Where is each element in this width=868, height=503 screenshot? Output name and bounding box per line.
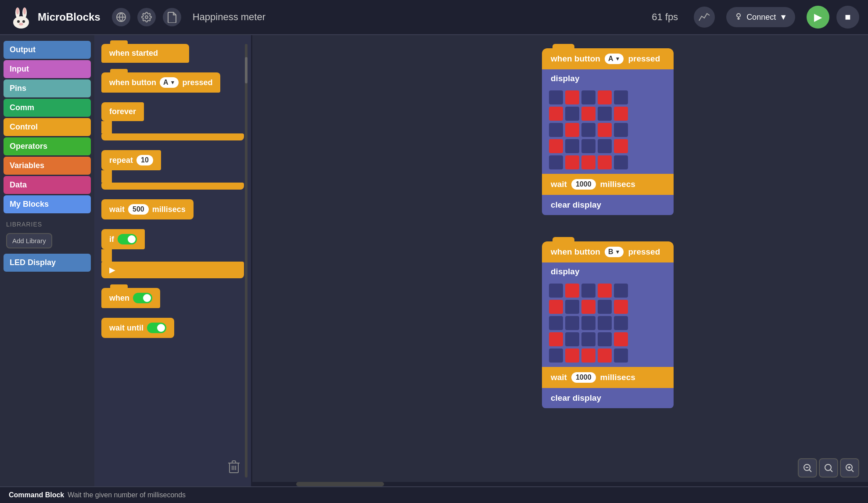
led-cell[interactable] <box>565 155 579 169</box>
led-cell[interactable] <box>565 349 579 363</box>
script-a-button-dropdown[interactable]: A ▼ <box>605 54 624 64</box>
led-cell[interactable] <box>614 139 628 153</box>
run-button[interactable]: ▶ <box>807 6 829 29</box>
h-scrollbar[interactable] <box>252 482 868 486</box>
led-cell[interactable] <box>581 107 595 121</box>
script-b-wait-value[interactable]: 1000 <box>571 372 596 383</box>
wait-until-toggle[interactable] <box>147 323 166 333</box>
led-cell[interactable] <box>598 107 612 121</box>
scroll-indicator[interactable] <box>245 44 247 478</box>
script-a-clear-label: clear display <box>551 200 601 210</box>
sidebar-item-input[interactable]: Input <box>4 60 91 78</box>
stop-button[interactable]: ■ <box>836 6 859 29</box>
script-b-display-label: display <box>542 262 674 281</box>
led-cell[interactable] <box>614 90 628 104</box>
led-cell[interactable] <box>565 107 579 121</box>
led-cell[interactable] <box>565 332 579 346</box>
led-cell[interactable] <box>549 349 563 363</box>
led-cell[interactable] <box>581 90 595 104</box>
led-cell[interactable] <box>581 316 595 330</box>
trash-icon[interactable] <box>227 460 240 478</box>
led-cell[interactable] <box>549 123 563 137</box>
led-cell[interactable] <box>614 349 628 363</box>
sidebar-item-myblocks[interactable]: My Blocks <box>4 195 91 213</box>
palette-when: when <box>101 288 244 308</box>
repeat-value[interactable]: 10 <box>136 155 153 165</box>
led-cell[interactable] <box>581 155 595 169</box>
led-cell[interactable] <box>598 284 612 298</box>
settings-button[interactable] <box>137 8 156 26</box>
zoom-out-button[interactable] <box>798 458 817 478</box>
led-cell[interactable] <box>565 139 579 153</box>
svg-point-3 <box>16 7 19 14</box>
led-cell[interactable] <box>565 123 579 137</box>
script-a-display-label: display <box>542 69 674 88</box>
led-cell[interactable] <box>581 139 595 153</box>
led-cell[interactable] <box>581 332 595 346</box>
add-library-button[interactable]: Add Library <box>6 233 52 248</box>
led-cell[interactable] <box>598 90 612 104</box>
if-toggle[interactable] <box>118 234 137 244</box>
led-display-b[interactable] <box>542 281 674 367</box>
led-cell[interactable] <box>549 316 563 330</box>
button-a-dropdown[interactable]: A ▼ <box>160 77 179 88</box>
graph-button[interactable] <box>694 7 715 28</box>
led-cell[interactable] <box>598 300 612 314</box>
sidebar-item-comm[interactable]: Comm <box>4 99 91 117</box>
when-toggle[interactable] <box>133 293 152 303</box>
sidebar-item-control[interactable]: Control <box>4 118 91 136</box>
led-cell[interactable] <box>614 316 628 330</box>
script-b: when button B ▼ pressed display <box>542 241 674 408</box>
led-cell[interactable] <box>598 155 612 169</box>
led-cell[interactable] <box>598 139 612 153</box>
palette-repeat: repeat 10 <box>101 150 244 190</box>
led-cell[interactable] <box>581 123 595 137</box>
led-cell[interactable] <box>549 90 563 104</box>
zoom-reset-button[interactable] <box>819 458 838 478</box>
sidebar-item-pins[interactable]: Pins <box>4 79 91 97</box>
if-label: if <box>109 235 114 244</box>
svg-point-7 <box>19 23 23 25</box>
led-cell[interactable] <box>565 90 579 104</box>
led-cell[interactable] <box>581 300 595 314</box>
project-title: Happiness meter <box>193 11 645 23</box>
led-cell[interactable] <box>598 123 612 137</box>
led-cell[interactable] <box>614 123 628 137</box>
led-cell[interactable] <box>549 155 563 169</box>
led-cell[interactable] <box>549 284 563 298</box>
led-cell[interactable] <box>614 300 628 314</box>
sidebar-item-variables[interactable]: Variables <box>4 157 91 175</box>
led-cell[interactable] <box>581 284 595 298</box>
led-cell[interactable] <box>614 155 628 169</box>
sidebar-item-data[interactable]: Data <box>4 176 91 194</box>
file-button[interactable] <box>163 8 181 26</box>
led-cell[interactable] <box>565 300 579 314</box>
led-cell[interactable] <box>598 332 612 346</box>
globe-button[interactable] <box>112 8 130 26</box>
led-cell[interactable] <box>581 349 595 363</box>
zoom-in-button[interactable] <box>840 458 859 478</box>
led-display-a[interactable] <box>542 88 674 174</box>
led-cell[interactable] <box>565 284 579 298</box>
led-cell[interactable] <box>614 332 628 346</box>
script-canvas[interactable]: when button A ▼ pressed display <box>252 35 868 486</box>
sidebar: Output Input Pins Comm Control Operators… <box>0 35 94 486</box>
script-b-button-dropdown[interactable]: B ▼ <box>605 247 624 257</box>
led-cell[interactable] <box>598 316 612 330</box>
led-cell[interactable] <box>614 107 628 121</box>
led-cell[interactable] <box>549 107 563 121</box>
led-cell[interactable] <box>549 139 563 153</box>
sidebar-item-output[interactable]: Output <box>4 41 91 59</box>
block-palette: when started when button A ▼ pressed for… <box>94 35 252 486</box>
led-cell[interactable] <box>549 300 563 314</box>
led-cell[interactable] <box>598 349 612 363</box>
sidebar-item-operators[interactable]: Operators <box>4 137 91 155</box>
connect-button[interactable]: Connect ▼ <box>726 7 795 27</box>
script-a-wait-value[interactable]: 1000 <box>571 179 596 190</box>
led-cell[interactable] <box>565 316 579 330</box>
led-cell[interactable] <box>614 284 628 298</box>
wait-value[interactable]: 500 <box>128 204 149 215</box>
sidebar-item-led-display[interactable]: LED Display <box>4 254 91 272</box>
h-scroll-thumb[interactable] <box>296 482 384 486</box>
led-cell[interactable] <box>549 332 563 346</box>
